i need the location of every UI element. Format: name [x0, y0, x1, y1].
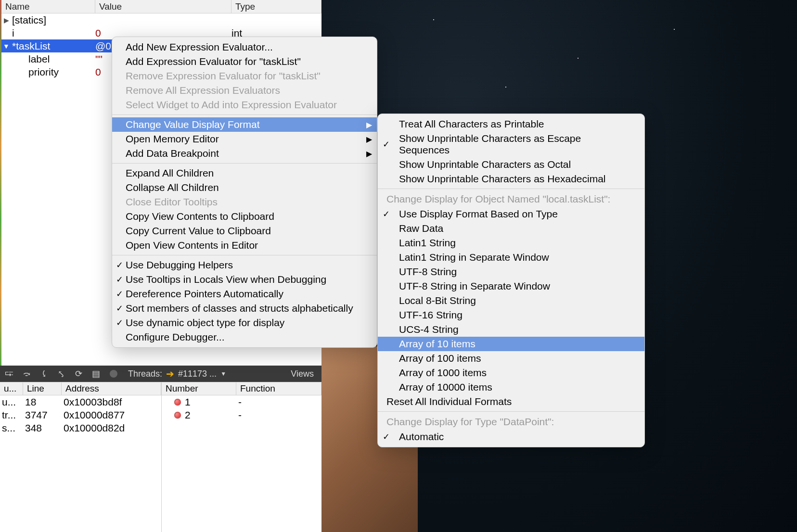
- col-name[interactable]: Name: [1, 0, 95, 13]
- menu-item-label: Close Editor Tooltips: [126, 196, 218, 208]
- threads-selector[interactable]: Threads: ➔ #11173 ... ▼: [128, 368, 226, 380]
- row-name: priority: [11, 66, 95, 78]
- col-function[interactable]: Function: [236, 382, 321, 395]
- locals-row[interactable]: ▶[statics]: [1, 13, 321, 26]
- breakpoint-row[interactable]: 2-: [162, 408, 321, 421]
- stack-row[interactable]: tr...37470x10000d877: [0, 408, 161, 421]
- menu-item[interactable]: Latin1 String: [378, 236, 644, 250]
- expand-icon[interactable]: ▼: [1, 42, 11, 50]
- menu-item[interactable]: Show Unprintable Characters as Octal: [378, 157, 644, 172]
- menu-item[interactable]: ✓Show Unprintable Characters as Escape S…: [378, 131, 644, 157]
- menu-item[interactable]: ✓Automatic: [378, 430, 644, 444]
- stack-level: tr...: [2, 409, 25, 421]
- menu-item[interactable]: UTF-8 String in Separate Window: [378, 279, 644, 293]
- col-number[interactable]: Number: [162, 382, 236, 395]
- menu-item[interactable]: Collapse All Children: [112, 180, 377, 195]
- stack-row[interactable]: s...3480x10000d82d: [0, 421, 161, 434]
- menu-item[interactable]: Raw Data: [378, 221, 644, 236]
- menu-item[interactable]: Copy Current Value to Clipboard: [112, 224, 377, 238]
- menu-item-label: Configure Debugger...: [126, 331, 224, 343]
- menu-item[interactable]: Add New Expression Evaluator...: [112, 40, 377, 54]
- col-level[interactable]: u...: [0, 382, 23, 395]
- menu-item[interactable]: Array of 10000 items: [378, 380, 644, 394]
- check-icon: ✓: [382, 209, 390, 219]
- col-value[interactable]: Value: [95, 0, 231, 13]
- continue-icon[interactable]: ⮓: [4, 368, 14, 379]
- stack-line: 18: [25, 396, 64, 408]
- menu-item-label: Array of 10 items: [399, 338, 476, 350]
- menu-item: Select Widget to Add into Expression Eva…: [112, 98, 377, 112]
- submenu-icon: ▶: [366, 120, 372, 129]
- col-type[interactable]: Type: [231, 0, 321, 13]
- menu-item[interactable]: ✓Dereference Pointers Automatically: [112, 287, 377, 301]
- views-button[interactable]: Views: [291, 369, 318, 379]
- menu-item-label: Show Unprintable Characters as Hexadecim…: [399, 173, 606, 185]
- star: [674, 29, 675, 30]
- menu-item[interactable]: Show Unprintable Characters as Hexadecim…: [378, 172, 644, 186]
- menu-item[interactable]: Array of 100 items: [378, 351, 644, 366]
- debug-toolbar: ⮓ ⤼ ⤹ ⤣ ⟳ ▤ Threads: ➔ #11173 ... ▼ View…: [0, 366, 321, 382]
- breakpoint-row[interactable]: 1-: [162, 395, 321, 408]
- menu-item-label: Array of 10000 items: [399, 381, 492, 393]
- menu-item[interactable]: Copy View Contents to Clipboard: [112, 209, 377, 224]
- star: [578, 58, 578, 59]
- restart-icon[interactable]: ⟳: [73, 368, 84, 379]
- menu-item[interactable]: ✓Use Tooltips in Locals View when Debugg…: [112, 272, 377, 287]
- menu-item[interactable]: Open Memory Editor▶: [112, 132, 377, 146]
- submenu-icon: ▶: [366, 149, 372, 158]
- menu-item[interactable]: UTF-8 String: [378, 265, 644, 279]
- check-icon: ✓: [115, 274, 124, 285]
- menu-item[interactable]: Array of 10 items: [378, 337, 644, 351]
- menu-item-label: UTF-8 String: [399, 266, 457, 278]
- menu-item[interactable]: Treat All Characters as Printable: [378, 117, 644, 131]
- menu-item[interactable]: Reset All Individual Formats: [378, 394, 644, 409]
- menu-item[interactable]: Configure Debugger...: [112, 330, 377, 344]
- menu-item[interactable]: Add Data Breakpoint▶: [112, 146, 377, 161]
- menu-item-label: Add New Expression Evaluator...: [126, 41, 273, 53]
- submenu-display-format: Treat All Characters as Printable✓Show U…: [377, 114, 645, 447]
- breakpoint-function: -: [238, 396, 242, 408]
- record-icon[interactable]: [110, 370, 117, 378]
- step-out-icon[interactable]: ⤣: [56, 368, 66, 379]
- menu-item[interactable]: Expand All Children: [112, 166, 377, 180]
- star: [505, 87, 506, 88]
- menu-item[interactable]: Add Expression Evaluator for "taskList": [112, 54, 377, 69]
- menu-item[interactable]: Open View Contents in Editor: [112, 238, 377, 253]
- menu-item[interactable]: Change Value Display Format▶: [112, 117, 377, 132]
- stack-header: u... Line Address: [0, 382, 161, 395]
- menu-item-label: Change Value Display Format: [126, 119, 260, 130]
- menu-item[interactable]: ✓Use dynamic object type for display: [112, 316, 377, 330]
- menu-item[interactable]: Array of 1000 items: [378, 366, 644, 380]
- row-name: i: [11, 27, 95, 39]
- menu-item[interactable]: ✓Sort members of classes and structs alp…: [112, 301, 377, 316]
- check-icon: ✓: [115, 260, 124, 270]
- menu-item-label: Collapse All Children: [126, 182, 219, 193]
- col-address[interactable]: Address: [62, 382, 161, 395]
- col-line[interactable]: Line: [23, 382, 62, 395]
- menu-item-label: Show Unprintable Characters as Escape Se…: [399, 133, 631, 156]
- stack-address: 0x10000d82d: [64, 422, 161, 434]
- menu-item[interactable]: ✓Use Debugging Helpers: [112, 258, 377, 272]
- step-into-icon[interactable]: ⤹: [39, 368, 49, 379]
- menu-item[interactable]: Latin1 String in Separate Window: [378, 250, 644, 265]
- stack-row[interactable]: u...180x10003bd8f: [0, 395, 161, 408]
- menu-item-label: Use Tooltips in Locals View when Debuggi…: [126, 274, 326, 285]
- stack-level: u...: [2, 396, 25, 408]
- menu-item[interactable]: UTF-16 String: [378, 308, 644, 322]
- menu-separator: [378, 411, 644, 412]
- expand-icon[interactable]: ▶: [1, 16, 11, 24]
- menu-item-label: Open View Contents in Editor: [126, 240, 258, 251]
- step-over-icon[interactable]: ⤼: [21, 368, 32, 379]
- stack-pane: u... Line Address u...180x10003bd8ftr...…: [0, 382, 161, 532]
- menu-item-label: UTF-16 String: [399, 309, 463, 321]
- check-icon: ✓: [382, 431, 390, 442]
- row-name: label: [11, 53, 95, 65]
- menu-item-label: Copy Current Value to Clipboard: [126, 225, 271, 237]
- menu-item[interactable]: UCS-4 String: [378, 322, 644, 337]
- menu-item[interactable]: Local 8-Bit String: [378, 293, 644, 308]
- menu-section-label: Change Display for Object Named "local.t…: [378, 191, 644, 207]
- menu-item-label: Add Data Breakpoint: [126, 148, 219, 159]
- breakpoint-number: 1: [164, 396, 238, 408]
- menu-item[interactable]: ✓Use Display Format Based on Type: [378, 207, 644, 221]
- log-icon[interactable]: ▤: [90, 368, 101, 379]
